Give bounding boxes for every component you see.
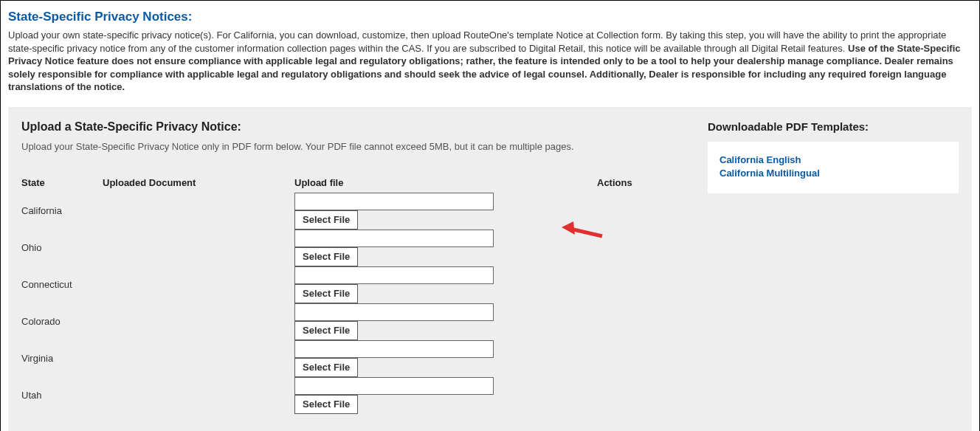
upload-table: State Uploaded Document Upload file Acti… [21,177,686,414]
col-header-doc: Uploaded Document [103,177,294,188]
upload-file-cell: Select File [294,303,560,340]
table-row: Virginia Select File [21,340,686,377]
table-row: Utah Select File [21,377,686,414]
upload-description: Upload your State-Specific Privacy Notic… [21,141,686,152]
download-link-ca-multilingual[interactable]: California Multilingual [720,167,947,180]
upload-file-cell: Select File [294,377,560,414]
state-cell: Utah [21,390,103,401]
state-cell: Colorado [21,316,103,327]
upload-file-cell: Select File [294,193,560,230]
select-file-button[interactable]: Select File [294,247,358,266]
select-file-button[interactable]: Select File [294,358,358,377]
upload-file-cell: Select File [294,230,560,266]
table-row: California Select File [21,193,686,230]
table-row: Connecticut Select File [21,266,686,303]
state-cell: Virginia [21,353,103,364]
intro-paragraph: Upload your own state-specific privacy n… [8,29,972,94]
select-file-button[interactable]: Select File [294,284,358,303]
upload-file-cell: Select File [294,340,560,377]
downloads-panel: Downloadable PDF Templates: California E… [708,120,959,431]
file-path-input[interactable] [294,303,494,321]
upload-panel: Upload a State-Specific Privacy Notice: … [8,107,972,431]
col-header-state: State [21,177,103,188]
col-header-actions: Actions [560,177,619,188]
upload-file-cell: Select File [294,266,560,303]
file-path-input[interactable] [294,340,494,358]
file-path-input[interactable] [294,193,494,210]
download-link-ca-english[interactable]: California English [720,154,947,167]
section-title: State-Specific Privacy Notices: [8,10,972,24]
downloads-box: California English California Multilingu… [708,142,959,193]
state-cell: Ohio [21,242,103,253]
downloads-title: Downloadable PDF Templates: [708,120,959,133]
table-row: Colorado Select File [21,303,686,340]
file-path-input[interactable] [294,377,494,395]
file-path-input[interactable] [294,266,494,284]
upload-title: Upload a State-Specific Privacy Notice: [21,120,686,134]
file-path-input[interactable] [294,230,494,247]
page-container: State-Specific Privacy Notices: Upload y… [0,0,980,431]
select-file-button[interactable]: Select File [294,395,358,414]
state-cell: California [21,205,103,216]
table-header: State Uploaded Document Upload file Acti… [21,177,686,188]
col-header-file: Upload file [294,177,560,188]
state-cell: Connecticut [21,279,103,290]
select-file-button[interactable]: Select File [294,210,358,230]
intro-text-plain: Upload your own state-specific privacy n… [8,30,946,54]
upload-panel-left: Upload a State-Specific Privacy Notice: … [21,120,686,431]
table-row: Ohio Select File [21,230,686,266]
select-file-button[interactable]: Select File [294,321,358,340]
